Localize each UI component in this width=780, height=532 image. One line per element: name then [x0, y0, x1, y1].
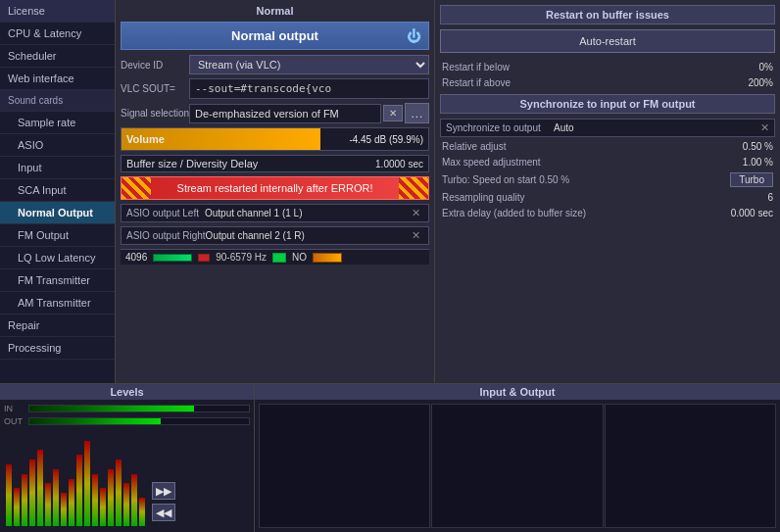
signal-clear-button[interactable]: ✕ — [383, 105, 403, 121]
level-bar-1 — [6, 464, 12, 526]
sync-section: Synchronize to input or FM output Synchr… — [440, 94, 775, 219]
level-bar-8 — [61, 493, 67, 526]
status-orange-indicator — [313, 253, 342, 263]
sidebar-item-processing[interactable]: Processing — [0, 337, 115, 360]
level-bar-5 — [37, 450, 43, 526]
io-col-1 — [259, 404, 430, 528]
level-bar-9 — [69, 479, 74, 527]
normal-output-button[interactable]: Normal output ⏻ — [121, 22, 429, 50]
io-col-3 — [605, 404, 776, 528]
sidebar-item-web-interface[interactable]: Web interface — [0, 68, 115, 90]
sidebar-item-fm-output[interactable]: FM Output — [0, 224, 115, 247]
back-button[interactable]: ◀◀ — [152, 504, 175, 521]
level-bar-12 — [92, 474, 98, 526]
levels-title: Levels — [0, 384, 254, 400]
level-bar-13 — [100, 488, 106, 526]
sout-value[interactable]: --sout=#transcode{vco — [189, 78, 429, 99]
buffer-row: Buffer size / Diversity Delay 1.0000 sec — [121, 155, 429, 172]
restart-section-title: Restart on buffer issues — [440, 5, 775, 24]
asio-left-clear[interactable]: ✕ — [409, 207, 423, 219]
in-level-row: IN — [4, 404, 250, 413]
in-level-fill — [29, 406, 194, 411]
sidebar-item-normal-output[interactable]: Normal Output — [0, 202, 115, 224]
signal-value: De-emphasized version of FM — [189, 104, 381, 123]
levels-content: IN OUT — [0, 400, 254, 532]
sidebar-item-am-transmitter[interactable]: AM Transmitter — [0, 292, 115, 314]
resampling-row: Resampling quality 6 — [440, 191, 775, 204]
level-bar-2 — [14, 488, 20, 526]
out-level-fill — [29, 418, 161, 424]
asio-right-clear[interactable]: ✕ — [409, 229, 423, 242]
extra-delay-row: Extra delay (added to buffer size) 0.000… — [440, 207, 775, 219]
relative-adjust-row: Relative adjust 0.50 % — [440, 140, 775, 153]
signal-row: Signal selection De-emphasized version o… — [121, 103, 429, 123]
level-bar-11 — [84, 441, 90, 526]
io-col-2 — [431, 404, 603, 528]
sync-section-title: Synchronize to input or FM output — [440, 94, 775, 114]
sidebar-item-sample-rate[interactable]: Sample rate — [0, 112, 115, 134]
io-content — [255, 400, 780, 532]
sidebar-item-license[interactable]: License — [0, 0, 115, 23]
device-id-row: Device ID Stream (via VLC) — [121, 55, 429, 74]
turbo-row: Turbo: Speed on start 0.50 % Turbo — [440, 171, 775, 188]
power-icon: ⏻ — [407, 28, 420, 44]
sidebar-item-scheduler[interactable]: Scheduler — [0, 45, 115, 68]
bottom-section: Levels IN OUT — [0, 383, 780, 532]
out-level-meter — [28, 417, 250, 425]
max-speed-row: Max speed adjustment 1.00 % — [440, 156, 775, 169]
status-red-indicator — [198, 254, 210, 262]
level-bar-4 — [29, 459, 35, 526]
sidebar-item-lq-low-latency[interactable]: LQ Low Latency — [0, 247, 115, 269]
level-bar-18 — [139, 498, 145, 526]
status-bar-level — [153, 254, 192, 262]
center-panel: Normal Normal output ⏻ Device ID Stream … — [116, 0, 435, 383]
app-container: License CPU & Latency Scheduler Web inte… — [0, 0, 780, 532]
asio-left-row: ASIO output Left Output channel 1 (1 L) … — [121, 204, 429, 222]
sidebar-item-sca-input[interactable]: SCA Input — [0, 179, 115, 202]
asio-right-row: ASIO output Right Output channel 2 (1 R)… — [121, 226, 429, 245]
restart-below-row: Restart if below 0% — [440, 61, 775, 73]
level-bar-6 — [45, 483, 51, 526]
level-bars-container: ▶▶ ◀◀ — [4, 429, 250, 528]
restart-above-row: Restart if above 200% — [440, 76, 775, 89]
sidebar-item-asio[interactable]: ASIO — [0, 134, 115, 157]
sync-output-clear[interactable]: ✕ — [760, 121, 769, 134]
io-title: Input & Output — [255, 384, 780, 400]
volume-row[interactable]: Volume -4.45 dB (59.9%) — [121, 127, 429, 151]
sync-output-row: Synchronize to output Auto ✕ — [440, 119, 775, 137]
level-bar-15 — [116, 459, 122, 526]
level-bar-3 — [22, 474, 27, 526]
sidebar-item-cpu-latency[interactable]: CPU & Latency — [0, 23, 115, 45]
device-select[interactable]: Stream (via VLC) — [189, 55, 429, 74]
main-content: Normal Normal output ⏻ Device ID Stream … — [116, 0, 780, 383]
signal-dots-button[interactable]: … — [405, 103, 429, 123]
level-bar-16 — [123, 483, 129, 526]
status-bar: 4096 90-6579 Hz NO — [121, 249, 429, 265]
forward-button[interactable]: ▶▶ — [152, 482, 175, 500]
turbo-button[interactable]: Turbo — [730, 172, 773, 187]
sidebar-item-fm-transmitter[interactable]: FM Transmitter — [0, 269, 115, 292]
error-bar: Stream restarted internally after ERROR! — [121, 176, 429, 200]
io-panel: Input & Output — [255, 384, 780, 532]
out-level-row: OUT — [4, 416, 250, 426]
sidebar-item-repair[interactable]: Repair — [0, 314, 115, 337]
level-bar-14 — [108, 469, 114, 526]
level-bar-10 — [76, 455, 82, 526]
section-header: Normal — [121, 5, 429, 17]
in-level-meter — [28, 405, 250, 412]
auto-restart-button[interactable]: Auto-restart — [440, 29, 775, 53]
sidebar-item-input[interactable]: Input — [0, 157, 115, 179]
sidebar-item-sound-cards[interactable]: Sound cards — [0, 90, 115, 112]
top-section: License CPU & Latency Scheduler Web inte… — [0, 0, 780, 383]
level-bar-7 — [53, 469, 59, 526]
arrow-controls: ▶▶ ◀◀ — [147, 477, 180, 526]
levels-panel: Levels IN OUT — [0, 384, 255, 532]
right-panel: Restart on buffer issues Auto-restart Re… — [435, 0, 780, 383]
level-bar-17 — [131, 474, 137, 526]
sout-row: VLC SOUT= --sout=#transcode{vco — [121, 78, 429, 99]
status-green-indicator — [272, 253, 286, 263]
sidebar: License CPU & Latency Scheduler Web inte… — [0, 0, 116, 383]
